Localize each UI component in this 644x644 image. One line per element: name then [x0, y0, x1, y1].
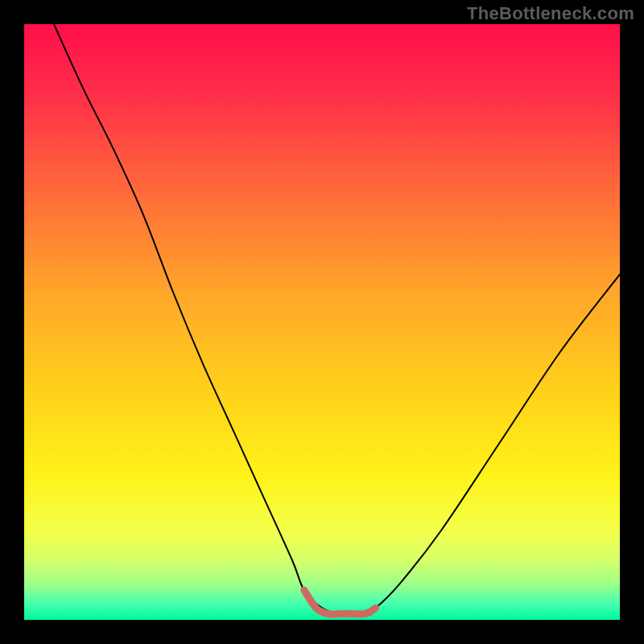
curve-layer — [24, 24, 620, 620]
plot-area — [24, 24, 620, 620]
bottleneck-curve — [54, 24, 620, 615]
chart-frame: TheBottleneck.com — [0, 0, 644, 644]
bottleneck-zone-band — [304, 590, 376, 614]
watermark-text: TheBottleneck.com — [467, 3, 634, 24]
